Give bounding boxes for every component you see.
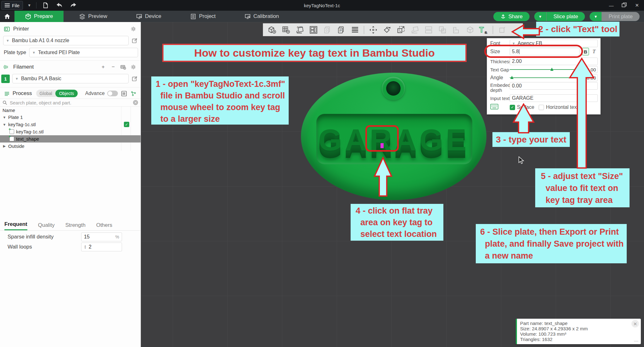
process-global-option[interactable]: Global: [36, 91, 55, 96]
keyboard-icon[interactable]: [490, 104, 510, 111]
tab-project[interactable]: Project: [182, 11, 224, 22]
file-menu-button[interactable]: File: [1, 1, 23, 10]
undo-icon[interactable]: [55, 1, 64, 9]
print-dropdown-chevron-icon[interactable]: ▼: [590, 12, 602, 21]
variable-layer-height-icon[interactable]: [451, 25, 461, 35]
move-icon[interactable]: [368, 25, 378, 35]
remove-filament-icon[interactable]: −: [110, 64, 117, 70]
text-gap-label: Text Gap: [490, 67, 510, 72]
add-plate-icon[interactable]: [281, 25, 291, 35]
print-plate-button[interactable]: ▼ Print plate: [590, 12, 640, 21]
split-to-parts-icon[interactable]: [437, 25, 447, 35]
expand-arrow-icon[interactable]: ▶: [3, 144, 6, 148]
filament-edit-icon[interactable]: [131, 75, 138, 82]
sparse-infill-density-input[interactable]: 15 %: [81, 232, 122, 241]
italic-button[interactable]: T: [591, 48, 597, 55]
collapse-arrow-icon[interactable]: ▼: [3, 115, 6, 119]
titlebar-divider: [36, 2, 36, 8]
split-to-objects-icon[interactable]: [424, 25, 433, 35]
horizontal-text-checkbox[interactable]: [539, 105, 544, 110]
minimize-button[interactable]: —: [609, 3, 613, 8]
collapse-arrow-icon[interactable]: ▼: [3, 123, 6, 126]
plate-type-select[interactable]: ▼ Textured PEI Plate: [29, 48, 138, 57]
file-menu-label: File: [12, 3, 19, 8]
filament-slot-badge[interactable]: 1: [1, 75, 10, 83]
printer-select[interactable]: ▼ Bambu Lab A1 0.4 nozzle: [3, 36, 129, 45]
tab-device-label: Device: [145, 13, 161, 20]
close-button[interactable]: ✕: [635, 3, 639, 8]
share-button[interactable]: Share: [493, 12, 530, 21]
slice-plate-button[interactable]: ▼ Slice plate: [534, 12, 585, 21]
tree-row-keytag-object[interactable]: ▼ keyTag-1c.stl ✓: [0, 121, 141, 128]
rotate-icon[interactable]: [382, 25, 392, 35]
annotation-title: How to customize key tag text in Bambu S…: [162, 44, 467, 62]
tree-row-outside[interactable]: ▶ Outside: [0, 143, 141, 150]
home-tab[interactable]: [0, 11, 14, 22]
toolbar-divider: [364, 26, 364, 34]
tree-row-plate1[interactable]: ▼ Plate 1: [0, 114, 141, 121]
thickness-label: Thickness: [490, 59, 510, 64]
add-object-icon[interactable]: [267, 25, 277, 35]
plate-type-value: Textured PEI Plate: [38, 50, 80, 55]
printable-checkbox[interactable]: ✓: [124, 122, 129, 127]
tab-quality[interactable]: Quality: [38, 222, 55, 230]
slider-marker[interactable]: [510, 76, 514, 79]
tab-others[interactable]: Others: [96, 222, 112, 230]
tree-row-text-shape[interactable]: text_shape: [0, 135, 141, 143]
process-scope-toggle[interactable]: Global Objects: [36, 90, 78, 97]
ams-sync-icon[interactable]: [120, 64, 127, 70]
bold-button[interactable]: B: [582, 48, 589, 55]
arrow-up-to-size-field: [568, 58, 596, 169]
search-clear-icon[interactable]: ✕: [133, 100, 138, 105]
redo-icon[interactable]: [69, 1, 77, 9]
slice-dropdown-chevron-icon[interactable]: ▼: [534, 12, 546, 21]
maximize-button[interactable]: [622, 3, 627, 8]
scale-icon[interactable]: [396, 25, 406, 35]
filament-settings-gear-icon[interactable]: [130, 64, 137, 70]
advance-toggle[interactable]: [107, 91, 118, 96]
lay-on-face-icon[interactable]: [410, 25, 419, 35]
tooltip-minimize-icon[interactable]: —: [634, 338, 638, 344]
prepare-icon: [25, 14, 31, 20]
text-tool-icon[interactable]: Ta: [479, 25, 489, 35]
embedded-depth-label: Embeded depth: [490, 82, 510, 93]
object-search[interactable]: Search plate, object and part. ✕: [0, 98, 141, 107]
mesh-boolean-icon[interactable]: [465, 25, 475, 35]
bold-label: B: [584, 49, 587, 54]
auto-orient-icon[interactable]: AUTO: [295, 25, 304, 35]
printer-section-title: Printer: [13, 26, 29, 32]
printer-settings-gear-icon[interactable]: [130, 25, 137, 32]
wall-loops-stepper[interactable]: ▲▼ 2: [81, 243, 122, 251]
arrange-icon[interactable]: [308, 25, 318, 35]
arrow-left-to-text-tool: [511, 24, 540, 39]
tab-device[interactable]: Device: [128, 11, 169, 22]
parameter-list-icon[interactable]: [120, 90, 127, 97]
printer-edit-icon[interactable]: [131, 37, 138, 44]
seam-painting-icon[interactable]: [497, 25, 507, 35]
tree-row-label: keyTag-1c.stl: [8, 122, 36, 127]
size-callout-ellipse: [484, 45, 583, 58]
tab-frequent[interactable]: Frequent: [4, 221, 27, 230]
tooltip-triangles: Triangles: 1632: [520, 337, 638, 342]
add-filament-icon[interactable]: +: [100, 64, 107, 70]
save-icon[interactable]: [42, 1, 50, 9]
search-placeholder: Search plate, object and part.: [10, 100, 71, 105]
tab-strength[interactable]: Strength: [65, 222, 86, 230]
tab-preview[interactable]: Preview: [71, 11, 115, 22]
stepper-arrows-icon[interactable]: ▲▼: [84, 245, 86, 249]
bambu-studio-window: File ▼ keyTagNoText-1c — ✕ Prepare: [0, 0, 644, 347]
layers-icon[interactable]: [350, 25, 360, 35]
paste-icon[interactable]: P: [336, 25, 346, 35]
tab-calibration-label: Calibration: [253, 13, 279, 20]
tab-prepare[interactable]: Prepare: [14, 11, 64, 22]
file-dropdown-chevron-icon[interactable]: ▼: [27, 3, 31, 8]
slider-marker[interactable]: [550, 68, 553, 71]
process-compare-icon[interactable]: [130, 90, 137, 97]
tree-row-keytag-part[interactable]: keyTag-1c.stl: [0, 128, 141, 135]
tab-calibration[interactable]: Calibration: [236, 11, 287, 22]
tooltip-close-icon[interactable]: ✕: [631, 320, 639, 327]
process-objects-option[interactable]: Objects: [55, 90, 78, 97]
tooltip-size: Size: 24.8907 x 4.29336 x 2 mm: [520, 326, 638, 331]
copy-icon[interactable]: 0: [322, 25, 332, 35]
filament-select[interactable]: ▼ Bambu PLA Basic: [12, 74, 129, 83]
